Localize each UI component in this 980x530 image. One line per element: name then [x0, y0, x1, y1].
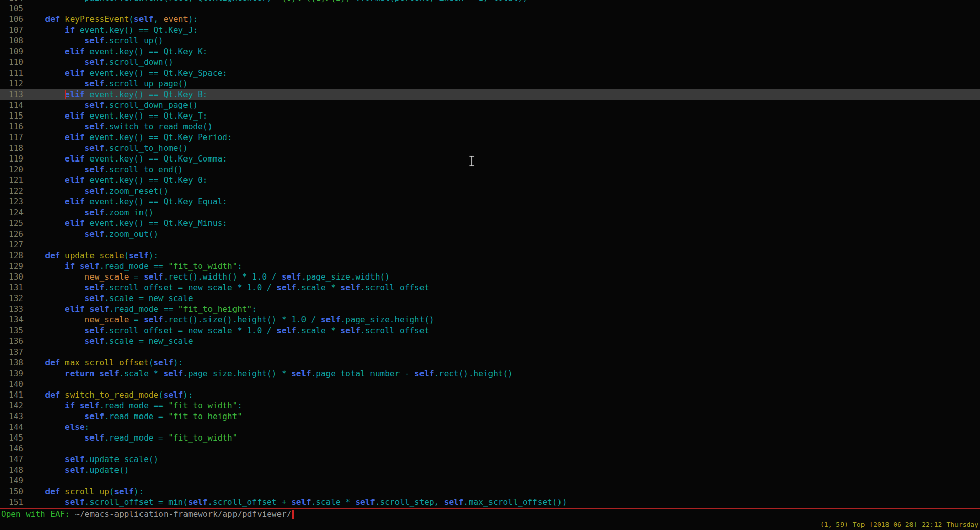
code-line[interactable]: 121 elif event.key() == Qt.Key_0: — [0, 175, 980, 186]
line-number: 139 — [0, 368, 24, 379]
code-line[interactable]: 146 — [0, 443, 980, 454]
line-number: 116 — [0, 121, 24, 132]
line-number: 110 — [0, 57, 24, 67]
line-number: 129 — [0, 261, 24, 271]
code-line[interactable]: 116 self.switch_to_read_mode() — [0, 121, 980, 132]
code-line[interactable]: 114 self.scroll_down_page() — [0, 100, 980, 110]
code-line[interactable]: 109 elif event.key() == Qt.Key_K: — [0, 46, 980, 57]
code-text — [24, 443, 26, 454]
emacs-frame: { "theme": { "background": "#060606", "h… — [0, 0, 980, 530]
minibuffer-prompt: Open with EAF: — [1, 509, 75, 519]
tray-cursor-position: (1, 59) — [820, 521, 848, 528]
line-number: 105 — [0, 3, 24, 14]
tray-day: Thursday — [946, 521, 978, 528]
code-line[interactable]: 110 self.scroll_down() — [0, 57, 980, 67]
line-number: 121 — [0, 175, 24, 186]
code-line[interactable]: 133 elif self.read_mode == "fit_to_heigh… — [0, 304, 980, 314]
code-area[interactable]: 104 painter.drawText(rect, Qt.AlignCente… — [0, 0, 980, 508]
code-line[interactable]: 106 def keyPressEvent(self, event): — [0, 14, 980, 25]
code-text: elif event.key() == Qt.Key_B: — [24, 89, 207, 100]
code-line[interactable]: 134 new_scale = self.rect().size().heigh… — [0, 314, 980, 325]
code-text: self.scroll_offset = min(self.scroll_off… — [24, 497, 567, 508]
code-text — [24, 379, 26, 389]
code-line[interactable]: 143 self.read_mode = "fit_to_height" — [0, 411, 980, 422]
code-text: def update_scale(self): — [24, 250, 158, 261]
code-line[interactable]: 144 else: — [0, 422, 980, 432]
code-line[interactable]: 118 self.scroll_to_home() — [0, 143, 980, 153]
line-number: 137 — [0, 347, 24, 357]
line-number: 133 — [0, 304, 24, 314]
line-number: 122 — [0, 186, 24, 196]
code-line[interactable]: 108 self.scroll_up() — [0, 35, 980, 46]
code-line[interactable]: 139 return self.scale * self.page_size.h… — [0, 368, 980, 379]
line-number: 149 — [0, 475, 24, 486]
minibuffer-cursor — [292, 510, 294, 519]
line-number: 125 — [0, 218, 24, 228]
code-line[interactable]: 127 — [0, 239, 980, 250]
code-line[interactable]: 148 self.update() — [0, 465, 980, 475]
code-line[interactable]: 136 self.scale = new_scale — [0, 336, 980, 347]
code-line[interactable]: 151 self.scroll_offset = min(self.scroll… — [0, 497, 980, 508]
code-text: self.scroll_offset = new_scale * 1.0 / s… — [24, 282, 429, 293]
code-line[interactable]: 126 self.zoom_out() — [0, 228, 980, 239]
code-line[interactable]: 132 self.scale = new_scale — [0, 293, 980, 304]
code-text: self.zoom_in() — [24, 207, 153, 218]
code-line[interactable]: 124 self.zoom_in() — [0, 207, 980, 218]
code-line[interactable]: 140 — [0, 379, 980, 389]
code-line[interactable]: 113 elif event.key() == Qt.Key_B: — [0, 89, 980, 100]
code-line[interactable]: 120 self.scroll_to_end() — [0, 164, 980, 175]
code-line[interactable]: 123 elif event.key() == Qt.Key_Equal: — [0, 196, 980, 207]
code-line[interactable]: 135 self.scroll_offset = new_scale * 1.0… — [0, 325, 980, 336]
code-text: self.zoom_out() — [24, 228, 158, 239]
code-text: elif event.key() == Qt.Key_Equal: — [24, 196, 227, 207]
code-text: if self.read_mode == "fit_to_width": — [24, 400, 242, 411]
code-line[interactable]: 129 if self.read_mode == "fit_to_width": — [0, 261, 980, 271]
code-line[interactable]: 150 def scroll_up(self): — [0, 486, 980, 497]
code-line[interactable]: 141 def switch_to_read_mode(self): — [0, 389, 980, 400]
code-line[interactable]: 112 self.scroll_up_page() — [0, 78, 980, 89]
code-line[interactable]: 130 new_scale = self.rect().width() * 1.… — [0, 271, 980, 282]
code-line[interactable]: 147 self.update_scale() — [0, 454, 980, 465]
code-text — [24, 347, 26, 357]
code-line[interactable]: 145 self.read_mode = "fit_to_width" — [0, 432, 980, 443]
code-line[interactable]: 125 elif event.key() == Qt.Key_Minus: — [0, 218, 980, 228]
code-line[interactable]: 138 def max_scroll_offset(self): — [0, 357, 980, 368]
code-line[interactable]: 128 def update_scale(self): — [0, 250, 980, 261]
code-line[interactable]: 111 elif event.key() == Qt.Key_Space: — [0, 67, 980, 78]
code-line[interactable]: 119 elif event.key() == Qt.Key_Comma: — [0, 153, 980, 164]
code-line[interactable]: 107 if event.key() == Qt.Key_J: — [0, 25, 980, 35]
code-text: self.scroll_to_end() — [24, 164, 183, 175]
line-number: 141 — [0, 389, 24, 400]
code-text: self.scroll_up_page() — [24, 78, 188, 89]
line-number: 146 — [0, 443, 24, 454]
code-line[interactable]: 122 self.zoom_reset() — [0, 186, 980, 196]
code-text: elif event.key() == Qt.Key_Space: — [24, 67, 227, 78]
code-text: def switch_to_read_mode(self): — [24, 389, 193, 400]
line-number: 117 — [0, 132, 24, 143]
code-line[interactable]: 115 elif event.key() == Qt.Key_T: — [0, 110, 980, 121]
code-text — [24, 239, 26, 250]
code-line[interactable]: 149 — [0, 475, 980, 486]
code-text: self.scroll_down_page() — [24, 100, 198, 110]
line-number: 142 — [0, 400, 24, 411]
code-text: elif self.read_mode == "fit_to_height": — [24, 304, 257, 314]
code-text: self.scroll_to_home() — [24, 143, 188, 153]
line-number: 150 — [0, 486, 24, 497]
line-number: 124 — [0, 207, 24, 218]
minibuffer-input[interactable]: ~/emacs-application-framework/app/pdfvie… — [75, 509, 292, 519]
line-number: 138 — [0, 357, 24, 368]
awesome-tray: (1, 59)Top[2018-06-28]22:12Thursday — [815, 520, 978, 530]
tray-buffer-position: Top — [853, 521, 865, 528]
code-text: self.zoom_reset() — [24, 186, 168, 196]
code-line[interactable]: 117 elif event.key() == Qt.Key_Period: — [0, 132, 980, 143]
line-number: 120 — [0, 164, 24, 175]
code-line[interactable]: 131 self.scroll_offset = new_scale * 1.0… — [0, 282, 980, 293]
code-line[interactable]: 105 — [0, 3, 980, 14]
tray-date: [2018-06-28] — [869, 521, 917, 528]
minibuffer[interactable]: Open with EAF: ~/emacs-application-frame… — [0, 509, 980, 520]
code-line[interactable]: 137 — [0, 347, 980, 357]
line-number: 128 — [0, 250, 24, 261]
code-text: else: — [24, 422, 89, 432]
line-number: 113 — [0, 89, 24, 100]
code-line[interactable]: 142 if self.read_mode == "fit_to_width": — [0, 400, 980, 411]
